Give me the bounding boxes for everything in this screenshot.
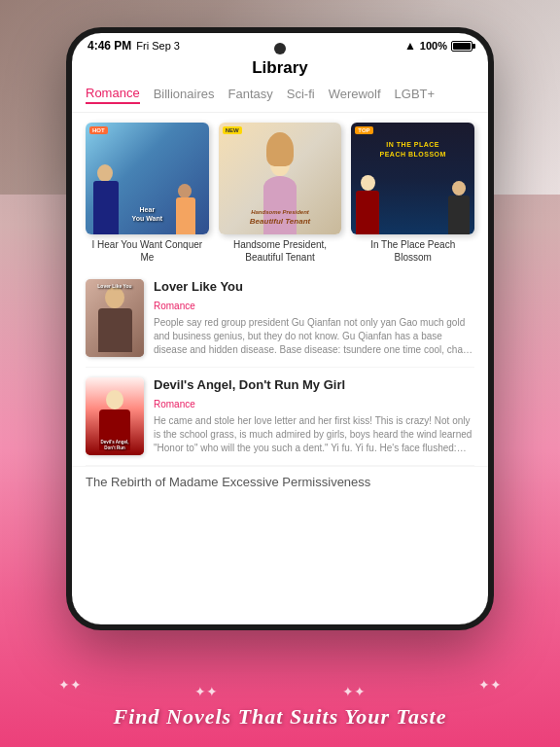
book2-title: Handsome President, Beautiful Tenant (219, 238, 342, 264)
list1-cover-label: Lover Like You (89, 283, 140, 289)
device-frame: 4:46 PM Fri Sep 3 ▲ 100% Library Romance… (66, 27, 494, 630)
list2-genre: Romance (154, 399, 195, 409)
book-cover-3: TOP In The Place Peach Blossom (351, 123, 474, 234)
status-time: 4:46 PM (88, 39, 131, 53)
battery-icon (451, 41, 472, 52)
list1-title: Lover Like You (154, 279, 474, 294)
list-item-1[interactable]: Lover Like You Lover Like You Romance Pe… (86, 269, 474, 368)
status-date: Fri Sep 3 (136, 40, 180, 52)
list2-info: Devil's Angel, Don't Run My Girl Romance… (154, 377, 474, 455)
category-tabs: Romance Billionaires Fantasy Sci-fi Were… (72, 86, 488, 113)
book-grid: HOT Hear You Want I Hear You W (72, 113, 488, 269)
tab-lgbt[interactable]: LGBT+ (395, 87, 436, 103)
bottom-tagline: Find Novels That Suits Your Taste (0, 704, 560, 729)
book2-hair (266, 132, 294, 166)
bottom-item-title: The Rebirth of Madame Excessive Permissi… (86, 475, 474, 489)
book1-cover-text: Hear You Want (89, 205, 205, 223)
list-item-2[interactable]: Devil's Angel,Don't Run Devil's Angel, D… (86, 368, 474, 466)
book1-title: I Hear You Want Conquer Me (86, 238, 209, 264)
book3-badge: TOP (355, 126, 372, 134)
list2-desc: He came and stole her love letter and he… (154, 414, 474, 455)
tab-werewolf[interactable]: Werewolf (329, 87, 381, 103)
list-cover-2: Devil's Angel,Don't Run (86, 377, 144, 455)
bottom-list-item[interactable]: The Rebirth of Madame Excessive Permissi… (72, 466, 488, 497)
book2-badge: NEW (223, 126, 242, 134)
tab-romance[interactable]: Romance (86, 86, 140, 104)
book3-person1 (356, 175, 379, 234)
tab-billionaires[interactable]: Billionaires (154, 87, 215, 103)
device-camera (274, 43, 286, 54)
tab-fantasy[interactable]: Fantasy (228, 87, 273, 103)
featured-book-1[interactable]: HOT Hear You Want I Hear You W (86, 123, 209, 264)
featured-book-3[interactable]: TOP In The Place Peach Blossom (351, 123, 474, 264)
page-title: Library (72, 54, 488, 86)
book-cover-2: NEW Handsome President Beautiful Tenant (219, 123, 342, 234)
list2-title: Devil's Angel, Don't Run My Girl (154, 377, 474, 392)
list1-info: Lover Like You Romance People say red gr… (154, 279, 474, 357)
tab-scifi[interactable]: Sci-fi (287, 87, 315, 103)
book3-person2 (448, 181, 470, 234)
book3-title: In The Place Peach Blossom (351, 238, 474, 264)
book2-cover-text: Handsome President Beautiful Tenant (223, 207, 338, 227)
battery-fill (453, 43, 471, 50)
book3-cover-text: In The Place Peach Blossom (355, 140, 471, 160)
featured-book-2[interactable]: NEW Handsome President Beautiful Tenant … (219, 123, 342, 264)
status-right: ▲ 100% (404, 39, 472, 53)
list1-desc: People say red group president Gu Qianfa… (154, 316, 474, 357)
screen: 4:46 PM Fri Sep 3 ▲ 100% Library Romance… (72, 33, 488, 624)
book1-badge: HOT (89, 126, 108, 134)
list1-genre: Romance (154, 301, 195, 311)
list-cover-1: Lover Like You (86, 279, 144, 357)
list2-cover-label: Devil's Angel,Don't Run (88, 440, 142, 451)
battery-percent: 100% (420, 40, 447, 52)
book1-person-main (93, 164, 119, 234)
book-list: Lover Like You Lover Like You Romance Pe… (72, 269, 488, 466)
book-cover-1: HOT Hear You Want (86, 123, 209, 234)
wifi-icon: ▲ (404, 39, 416, 53)
